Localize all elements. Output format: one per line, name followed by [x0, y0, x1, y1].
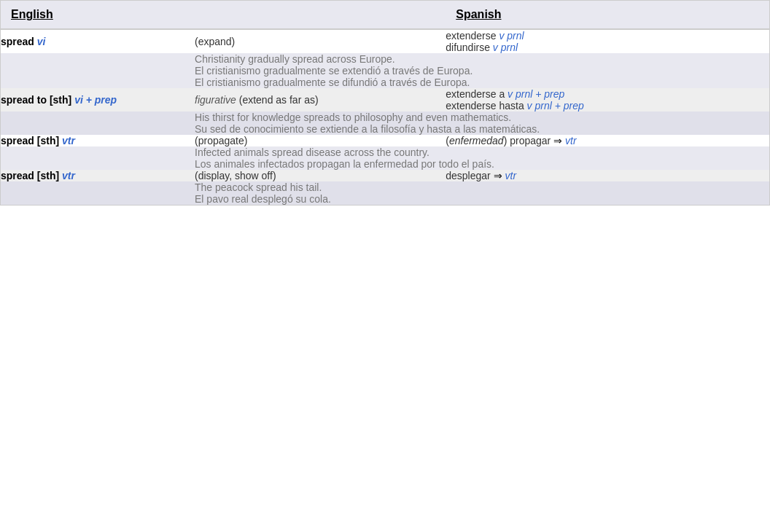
- entry-row: spread to [sth] vi + prep figurative (ex…: [1, 88, 770, 112]
- example-row: Infected animals spread disease across t…: [1, 146, 770, 170]
- definition-cell: (expand): [195, 29, 446, 53]
- entry-row: spread [sth] vtr (display, show off) des…: [1, 170, 770, 181]
- example-english-empty: [1, 181, 195, 206]
- header-row: English Spanish: [1, 1, 770, 30]
- example-row: Christianity gradually spread across Eur…: [1, 53, 770, 88]
- english-term: spread [sth] vtr: [1, 170, 195, 181]
- spanish-pos: vtr: [565, 135, 577, 146]
- definition-cell: (propagate): [195, 135, 446, 146]
- english-term: spread to [sth] vi + prep: [1, 88, 195, 112]
- spanish-cell: extenderse v prnl difundirse v prnl: [446, 29, 769, 53]
- spanish-cell: desplegar ⇒ vtr: [446, 170, 769, 181]
- example-english-empty: [1, 112, 195, 135]
- spanish-pos: vtr: [505, 170, 517, 181]
- spanish-header: Spanish: [446, 1, 769, 30]
- pos-tag: vi: [37, 36, 46, 47]
- pos-tag: vtr: [62, 135, 75, 146]
- example-text: Christianity gradually spread across Eur…: [195, 53, 769, 88]
- entry-row: spread [sth] vtr (propagate) (enfermedad…: [1, 135, 770, 146]
- example-text: His thirst for knowledge spreads to phil…: [195, 112, 769, 135]
- spanish-pos: v prnl: [499, 30, 524, 42]
- definition-cell: figurative (extend as far as): [195, 88, 446, 112]
- example-row: The peacock spread his tail. El pavo rea…: [1, 181, 770, 206]
- example-text: Infected animals spread disease across t…: [195, 146, 769, 170]
- english-header: English: [1, 1, 195, 30]
- entry-row: spread vi (expand) extenderse v prnl dif…: [1, 29, 770, 53]
- spanish-pos: v prnl + prep: [508, 88, 564, 100]
- definition-cell: (display, show off): [195, 170, 446, 181]
- pos-tag: vi + prep: [74, 94, 117, 106]
- definition-header: [195, 1, 446, 30]
- example-text: The peacock spread his tail. El pavo rea…: [195, 181, 769, 206]
- english-term: spread vi: [1, 29, 195, 53]
- dictionary-table: English Spanish spread vi (expand) exten…: [0, 0, 770, 206]
- example-english-empty: [1, 146, 195, 170]
- spanish-pos: v prnl + prep: [527, 100, 584, 112]
- pos-tag: vtr: [62, 170, 75, 181]
- spanish-cell: (enfermedad) propagar ⇒ vtr: [446, 135, 769, 146]
- spanish-cell: extenderse a v prnl + prep extenderse ha…: [446, 88, 769, 112]
- example-row: His thirst for knowledge spreads to phil…: [1, 112, 770, 135]
- english-term: spread [sth] vtr: [1, 135, 195, 146]
- spanish-pos: v prnl: [493, 42, 518, 53]
- example-english-empty: [1, 53, 195, 88]
